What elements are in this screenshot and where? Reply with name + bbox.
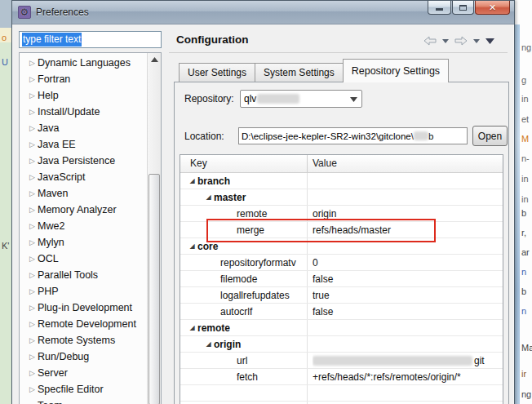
table-row-core[interactable]: ◢core xyxy=(180,238,503,255)
sidebar-item-parallel-tools[interactable]: ▷Parallel Tools xyxy=(20,267,147,283)
tree-expanded-icon[interactable]: ◢ xyxy=(203,193,214,201)
row-key: ◢origin xyxy=(180,336,306,352)
navigation-toolbar xyxy=(423,36,494,46)
tree-collapsed-icon[interactable]: ▷ xyxy=(27,75,38,83)
repository-label: Repository: xyxy=(184,93,234,104)
background-text-fragment: n- xyxy=(521,153,530,163)
title-bar[interactable]: ⚙ Preferences ✕ xyxy=(12,1,514,24)
sidebar-item-run-debug[interactable]: ▷Run/Debug xyxy=(20,349,147,365)
tree-collapsed-icon[interactable]: ▷ xyxy=(27,59,38,67)
sidebar-item-php[interactable]: ▷PHP xyxy=(20,283,147,300)
background-left-window: oUK' xyxy=(0,0,11,404)
table-row-filemode[interactable]: filemodefalse xyxy=(180,271,503,287)
tree-collapsed-icon[interactable]: ▷ xyxy=(27,140,38,149)
tab-user-settings[interactable]: User Settings xyxy=(179,63,255,82)
tree-collapsed-icon[interactable]: ▷ xyxy=(27,189,38,198)
tree-collapsed-icon[interactable]: ▷ xyxy=(27,271,38,279)
tree-collapsed-icon[interactable]: ▷ xyxy=(27,222,38,230)
tree-expanded-icon[interactable]: ◢ xyxy=(187,177,197,184)
table-row-fetch[interactable]: fetch+refs/heads/*:refs/remotes/origin/* xyxy=(180,369,503,385)
value-column-header[interactable]: Value xyxy=(313,158,337,169)
row-value xyxy=(313,320,501,335)
tree-collapsed-icon[interactable]: ▷ xyxy=(27,353,38,361)
tree-collapsed-icon[interactable]: ▷ xyxy=(27,206,38,214)
back-history-dropdown-icon[interactable] xyxy=(442,39,449,43)
table-row-branch[interactable]: ◢branch xyxy=(180,173,503,189)
value-text: git xyxy=(474,355,485,366)
tree-collapsed-icon[interactable]: ▷ xyxy=(27,173,38,181)
scrollbar-up-button[interactable] xyxy=(148,53,161,66)
scrollbar-thumb[interactable] xyxy=(149,174,160,404)
tree-collapsed-icon[interactable]: ▷ xyxy=(27,255,38,263)
filter-input[interactable]: type filter text xyxy=(19,31,162,48)
table-row-url[interactable]: urlgit xyxy=(180,353,503,369)
tree-collapsed-icon[interactable]: ▷ xyxy=(27,320,38,328)
table-row-master[interactable]: ◢master xyxy=(180,189,503,206)
sidebar-item-javascript[interactable]: ▷JavaScript xyxy=(20,169,147,185)
sidebar-item-memory-analyzer[interactable]: ▷Memory Analyzer xyxy=(20,202,147,218)
tree-scrollbar[interactable] xyxy=(147,53,161,404)
key-text: remote xyxy=(237,208,267,220)
view-menu-icon[interactable] xyxy=(485,38,494,44)
sidebar-item-java-persistence[interactable]: ▷Java Persistence xyxy=(20,153,147,169)
tree-collapsed-icon[interactable]: ▷ xyxy=(27,108,38,116)
censored-url-value xyxy=(313,356,472,366)
table-row-empty[interactable] xyxy=(180,385,503,402)
forward-arrow-icon[interactable] xyxy=(454,36,468,46)
sidebar-item-help[interactable]: ▷Help xyxy=(20,87,147,104)
tree-collapsed-icon[interactable]: ▷ xyxy=(27,369,38,377)
sidebar-item-install-update[interactable]: ▷Install/Update xyxy=(20,104,147,120)
location-path-prefix: D:\eclipse-jee-kepler-SR2-win32\gitclone… xyxy=(242,131,414,141)
sidebar-item-plug-in-development[interactable]: ▷Plug-in Development xyxy=(20,300,147,316)
sidebar-item-maven[interactable]: ▷Maven xyxy=(20,185,147,202)
open-button[interactable]: Open xyxy=(472,126,508,146)
censored-repository-name xyxy=(257,94,299,104)
forward-history-dropdown-icon[interactable] xyxy=(473,39,480,43)
close-button[interactable]: ✕ xyxy=(475,1,510,15)
repository-combobox[interactable]: qlv xyxy=(240,90,362,108)
row-value xyxy=(313,336,501,352)
table-row-merge[interactable]: mergerefs/heads/master xyxy=(180,222,503,238)
tree-collapsed-icon[interactable]: ▷ xyxy=(27,336,38,344)
header-separator xyxy=(169,52,508,53)
tree-collapsed-icon[interactable]: ▷ xyxy=(27,238,38,246)
table-row-origin[interactable]: ◢origin xyxy=(180,336,503,353)
tree-collapsed-icon[interactable]: ▷ xyxy=(27,304,38,312)
minimize-button[interactable] xyxy=(428,1,451,15)
table-row-remote[interactable]: remoteorigin xyxy=(180,206,503,222)
sidebar-item-specfile-editor[interactable]: ▷Specfile Editor xyxy=(20,381,147,397)
sidebar-item-mylyn[interactable]: ▷Mylyn xyxy=(20,234,147,251)
tree-collapsed-icon[interactable]: ▷ xyxy=(27,157,38,165)
sidebar-item-fortran[interactable]: ▷Fortran xyxy=(20,71,147,87)
sidebar-item-remote-development[interactable]: ▷Remote Development xyxy=(20,316,147,332)
table-row-repositoryformatv[interactable]: repositoryformatv0 xyxy=(180,255,503,271)
sidebar-item-mwe2[interactable]: ▷Mwe2 xyxy=(20,218,147,234)
back-arrow-icon[interactable] xyxy=(423,36,437,46)
sidebar-item-ocl[interactable]: ▷OCL xyxy=(20,251,147,267)
table-row-logallrefupdates[interactable]: logallrefupdatestrue xyxy=(180,287,503,304)
sidebar-item-remote-systems[interactable]: ▷Remote Systems xyxy=(20,332,147,349)
tree-expanded-icon[interactable]: ◢ xyxy=(203,340,214,348)
tree-expanded-icon[interactable]: ◢ xyxy=(187,242,197,250)
location-input[interactable]: D:\eclipse-jee-kepler-SR2-win32\gitclone… xyxy=(238,127,468,144)
sidebar-item-server[interactable]: ▷Server xyxy=(20,365,147,381)
tree-collapsed-icon[interactable]: ▷ xyxy=(27,91,38,100)
tree-collapsed-icon[interactable]: ▷ xyxy=(27,287,38,295)
maximize-button[interactable] xyxy=(452,1,474,15)
sidebar-item-dynamic-languages[interactable]: ▷Dynamic Languages xyxy=(20,55,147,71)
table-row-remote[interactable]: ◢remote xyxy=(180,320,503,336)
tab-repository-settings[interactable]: Repository Settings xyxy=(343,59,449,82)
column-divider[interactable] xyxy=(307,155,308,172)
tree-collapsed-icon[interactable]: ▷ xyxy=(27,124,38,132)
sidebar-item-team[interactable]: ◢Team xyxy=(20,397,147,404)
sidebar-item-label: Java EE xyxy=(38,139,76,150)
tree-expanded-icon[interactable]: ◢ xyxy=(187,324,197,331)
key-column-header[interactable]: Key xyxy=(190,158,207,169)
sidebar-item-java[interactable]: ▷Java xyxy=(20,120,147,136)
tree-collapsed-icon[interactable]: ▷ xyxy=(27,385,38,393)
key-text: autocrlf xyxy=(220,306,252,317)
table-row-autocrlf[interactable]: autocrlffalse xyxy=(180,304,503,320)
dialog-glass-edge xyxy=(514,24,520,404)
sidebar-item-java-ee[interactable]: ▷Java EE xyxy=(20,136,147,153)
tab-system-settings[interactable]: System Settings xyxy=(255,63,343,82)
